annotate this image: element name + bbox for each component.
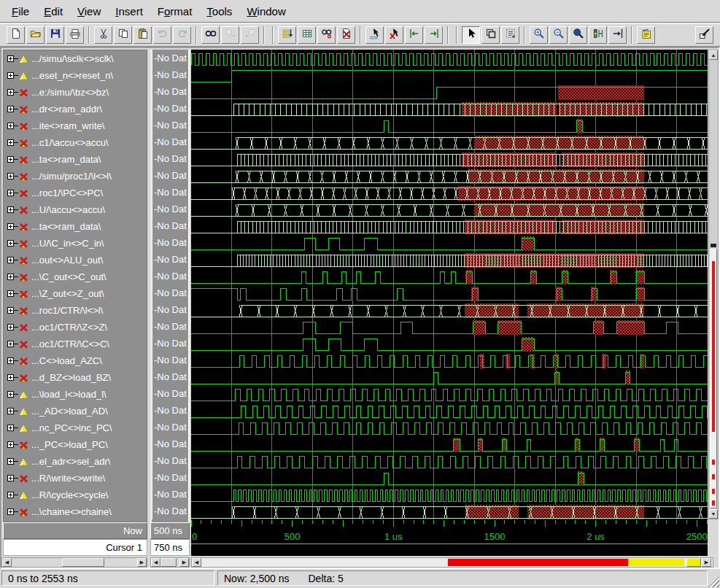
signal-row[interactable]: ...ta<>ram_data\ <box>4 218 147 235</box>
menu-item-edit[interactable]: Edit <box>36 3 70 20</box>
timeline-ruler[interactable]: 05001 us15002 us2500 <box>191 519 708 556</box>
paste-button[interactable] <box>133 26 152 44</box>
expand-icon[interactable] <box>7 290 18 297</box>
expand-icon[interactable] <box>7 458 18 465</box>
zoom-range-button[interactable] <box>589 26 607 44</box>
find-prev-button[interactable] <box>241 26 259 44</box>
waveform-panel[interactable] <box>191 50 708 519</box>
expand-icon[interactable] <box>7 391 18 398</box>
expand-icon[interactable] <box>7 508 18 515</box>
signal-row[interactable]: ...R/\cycle<>cycle\ <box>4 487 147 503</box>
expand-icon[interactable] <box>7 190 18 196</box>
vertical-scroll-thumb[interactable] <box>710 249 717 508</box>
signal-row[interactable]: ...U/\accu<>accu\ <box>4 201 147 218</box>
expand-icon[interactable] <box>7 139 18 146</box>
menu-item-tools[interactable]: Tools <box>199 3 239 20</box>
cursor-label[interactable]: Cursor 1 <box>3 539 147 556</box>
find-next-button[interactable] <box>221 26 239 44</box>
zoom-full-button[interactable] <box>569 26 587 44</box>
expand-icon[interactable] <box>7 156 18 163</box>
signal-row[interactable]: ...ta<>ram_data\ <box>4 151 147 168</box>
memory-button[interactable] <box>298 26 316 44</box>
menu-item-insert[interactable]: Insert <box>108 3 150 20</box>
zoom-mode-button[interactable] <box>481 26 500 44</box>
expand-icon[interactable] <box>7 408 18 414</box>
expand-icon[interactable] <box>7 123 18 129</box>
signal-row[interactable]: ..._AD<>load_AD\ <box>4 403 147 419</box>
signal-row[interactable]: .../simu/proc1/\l<>l\ <box>4 168 147 185</box>
scroll-left-icon[interactable]: ◀ <box>2 558 12 567</box>
values-scroll-thumb[interactable] <box>160 558 177 567</box>
signal-row[interactable]: ...R/\write<>write\ <box>4 470 147 487</box>
edit-mode-button[interactable] <box>501 26 519 44</box>
wave-prefs-button[interactable] <box>637 26 655 44</box>
signal-row[interactable]: ...\C_out<>C_out\ <box>4 268 147 285</box>
signal-row[interactable]: ...\chaine<>chaine\ <box>4 503 147 520</box>
save-button[interactable] <box>46 26 64 44</box>
signal-row[interactable]: ...out<>ALU_out\ <box>4 252 147 268</box>
open-button[interactable] <box>26 26 44 44</box>
signal-row[interactable]: ...roc1/\PC<>PC\ <box>4 185 147 201</box>
print-button[interactable] <box>66 26 84 44</box>
delete-cursor-button[interactable] <box>385 26 403 44</box>
expand-icon[interactable] <box>7 206 18 213</box>
scroll-right-icon[interactable]: ▶ <box>137 558 147 567</box>
signal-row[interactable]: ...\load_l<>load_l\ <box>4 386 147 403</box>
signal-row[interactable]: .../simu/\sclk<>sclk\ <box>4 50 147 67</box>
signal-row[interactable]: ...e:/simu/\bz<>bz\ <box>4 84 147 101</box>
undo-button[interactable] <box>153 26 171 44</box>
menu-item-window[interactable]: Window <box>239 3 293 20</box>
scroll-up-icon[interactable]: ▲ <box>709 50 718 60</box>
signal-row[interactable]: ...dr<>ram_addr\ <box>4 101 147 117</box>
scroll-left-icon[interactable]: ◀ <box>151 558 160 567</box>
signal-row[interactable]: ...C<>load_AZC\ <box>4 352 147 369</box>
signal-row[interactable]: ..._PC<>load_PC\ <box>4 436 147 453</box>
signal-row[interactable]: ...d_BZ<>load_BZ\ <box>4 369 147 386</box>
select-mode-button[interactable] <box>462 26 480 44</box>
vertical-scrollbar[interactable]: ▲ ▼ <box>708 50 719 519</box>
new-file-button[interactable] <box>7 26 25 44</box>
expand-icon[interactable] <box>7 106 18 112</box>
expand-icon[interactable] <box>7 492 18 498</box>
scroll-right-icon[interactable]: ▶ <box>179 558 189 567</box>
names-scroll-thumb[interactable] <box>62 558 104 567</box>
cut-button[interactable] <box>94 26 112 44</box>
signal-row[interactable]: ...c1/\accu<>accu\ <box>4 134 147 151</box>
wave-hscrollbar[interactable]: ◀ ▶ <box>191 557 713 568</box>
find-button[interactable] <box>201 26 220 44</box>
menu-item-view[interactable]: View <box>70 3 108 20</box>
expand-icon[interactable] <box>7 475 18 481</box>
scroll-right-icon[interactable]: ▶ <box>702 558 711 567</box>
examine-button[interactable] <box>695 26 713 44</box>
wave-scroll-thumb[interactable] <box>686 558 701 567</box>
zoom-out-button[interactable] <box>549 26 568 44</box>
expand-icon[interactable] <box>7 173 18 179</box>
expand-icon[interactable] <box>7 89 18 96</box>
expand-icon[interactable] <box>7 55 18 62</box>
expand-icon[interactable] <box>7 324 18 330</box>
expand-icon[interactable] <box>7 374 18 381</box>
names-hscrollbar[interactable]: ◀ ▶ <box>1 557 147 568</box>
prev-edge-button[interactable] <box>405 26 423 44</box>
signal-row[interactable]: ...nc_PC<>inc_PC\ <box>4 419 147 436</box>
signal-row[interactable]: ...U/\C_in<>C_in\ <box>4 235 147 252</box>
signal-row[interactable]: ...ite<>ram_write\ <box>4 117 147 134</box>
expand-icon[interactable] <box>7 240 18 247</box>
add-wave-button[interactable] <box>278 26 296 44</box>
signal-row[interactable]: ...oc1/CTR/\Z<>Z\ <box>4 319 147 336</box>
values-hscrollbar[interactable]: ◀ ▶ <box>150 557 190 568</box>
signal-row[interactable]: ...\Z_out<>Z_out\ <box>4 285 147 302</box>
next-edge-button[interactable] <box>425 26 443 44</box>
signal-row[interactable]: ...eset_n<>reset_n\ <box>4 67 147 84</box>
insert-cursor-button[interactable] <box>365 26 384 44</box>
expand-icon[interactable] <box>7 274 18 280</box>
expand-icon[interactable] <box>7 441 18 448</box>
menu-item-format[interactable]: Format <box>150 3 200 20</box>
scroll-down-icon[interactable]: ▼ <box>709 509 718 519</box>
redo-button[interactable] <box>173 26 191 44</box>
scroll-left-icon[interactable]: ◀ <box>192 558 201 567</box>
expand-icon[interactable] <box>7 341 18 347</box>
collapse-time-button[interactable] <box>608 26 627 44</box>
delete-wave-button[interactable] <box>337 26 355 44</box>
expand-icon[interactable] <box>7 223 18 230</box>
